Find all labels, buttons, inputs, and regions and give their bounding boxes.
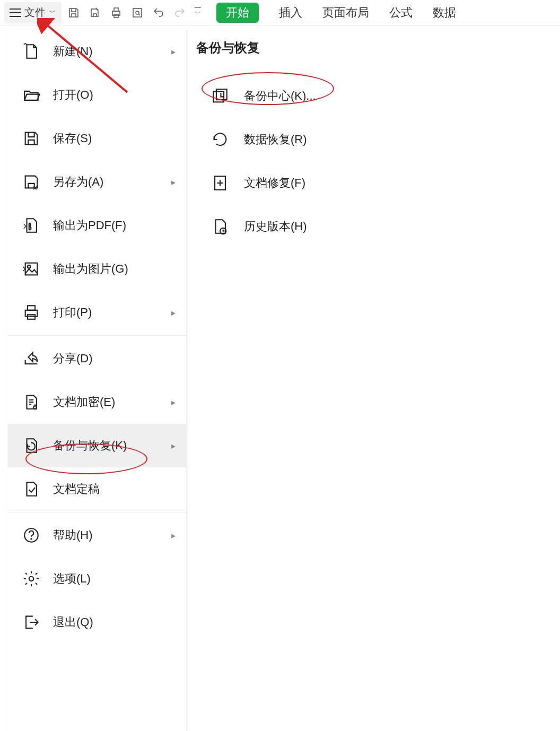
menu-label: 帮助(H) [53, 527, 93, 543]
redo-button[interactable] [171, 4, 189, 22]
chevron-right-icon: ▸ [171, 177, 176, 187]
hamburger-icon [10, 8, 21, 17]
chevron-down-icon: ﹀ [49, 8, 56, 18]
tab-insert[interactable]: 插入 [279, 5, 302, 21]
menu-export-img[interactable]: 输出为图片(G) [7, 247, 186, 291]
menu-save[interactable]: 保存(S) [7, 117, 186, 160]
print-icon [22, 303, 40, 321]
sub-backup-center[interactable]: 备份中心(K)... [196, 74, 493, 118]
chevron-right-icon: ▸ [171, 47, 176, 57]
menu-backup[interactable]: 备份与恢复(K) ▸ [7, 424, 186, 467]
new-file-icon [22, 42, 40, 60]
image-icon [22, 260, 40, 278]
lock-icon [22, 393, 40, 411]
tab-data[interactable]: 数据 [433, 5, 456, 21]
sub-data-recover[interactable]: 数据恢复(R) [196, 118, 493, 161]
sub-label: 数据恢复(R) [244, 132, 307, 147]
svg-rect-0 [112, 11, 120, 15]
preview-quick-button[interactable] [128, 4, 146, 22]
chevron-down-icon: ﹀ [195, 7, 201, 18]
backup-center-icon [211, 87, 229, 105]
svg-rect-2 [114, 14, 118, 18]
svg-rect-3 [133, 8, 142, 17]
menu-label: 文档加密(E) [53, 394, 115, 410]
menu-saveas[interactable]: 另存为(A) ▸ [7, 160, 186, 204]
svg-rect-9 [28, 315, 35, 319]
menu-label: 新建(N) [53, 43, 93, 59]
saveas-icon [22, 173, 40, 191]
menu-label: 退出(Q) [53, 614, 93, 630]
sub-history[interactable]: 历史版本(H) [196, 205, 493, 248]
share-icon [22, 350, 40, 368]
chevron-right-icon: ▸ [171, 530, 176, 541]
svg-rect-8 [28, 306, 35, 310]
repair-icon [211, 174, 229, 192]
pdf-icon [22, 216, 40, 234]
history-icon [211, 217, 229, 236]
svg-point-12 [31, 538, 31, 539]
ribbon-tabs: 开始 插入 页面布局 公式 数据 [216, 3, 456, 23]
submenu-title: 备份与恢复 [196, 39, 493, 56]
saveas-quick-button[interactable] [86, 4, 104, 22]
menu-label: 保存(S) [53, 130, 92, 146]
chevron-right-icon: ▸ [171, 308, 176, 318]
exit-icon [22, 613, 40, 631]
chevron-right-icon: ▸ [171, 441, 176, 451]
save-quick-button[interactable] [65, 4, 83, 22]
sub-label: 备份中心(K)... [244, 88, 316, 104]
tab-formula[interactable]: 公式 [389, 5, 413, 21]
menu-encrypt[interactable]: 文档加密(E) ▸ [7, 380, 186, 424]
divider [7, 512, 186, 512]
save-icon [22, 129, 40, 147]
sub-label: 历史版本(H) [244, 219, 307, 234]
menu-options[interactable]: 选项(L) [7, 557, 186, 601]
menu-label: 输出为图片(G) [53, 261, 128, 277]
menu-label: 打开(O) [53, 87, 93, 103]
menu-label: 备份与恢复(K) [53, 438, 127, 454]
recover-icon [211, 130, 229, 149]
file-menu-label: 文件 [24, 5, 46, 20]
menu-export-pdf[interactable]: 输出为PDF(F) [7, 204, 186, 247]
divider [7, 335, 186, 336]
sub-label: 文档修复(F) [244, 175, 305, 191]
file-menu-panel: 新建(N) ▸ 打开(O) 保存(S) 另存为(A) ▸ 输出为PDF(F) 输… [7, 30, 187, 731]
menu-label: 另存为(A) [53, 174, 103, 190]
menu-label: 输出为PDF(F) [53, 217, 126, 233]
help-icon [22, 526, 40, 544]
gear-icon [22, 570, 40, 588]
tab-layout[interactable]: 页面布局 [322, 5, 369, 21]
chevron-right-icon: ▸ [171, 397, 176, 407]
file-menu-button[interactable]: 文件 ﹀ [4, 2, 62, 23]
svg-point-13 [29, 577, 34, 581]
svg-rect-1 [114, 8, 118, 11]
menu-new[interactable]: 新建(N) ▸ [7, 30, 186, 73]
svg-rect-5 [25, 263, 38, 275]
tab-start[interactable]: 开始 [216, 3, 259, 23]
menu-label: 选项(L) [53, 571, 91, 587]
menu-help[interactable]: 帮助(H) ▸ [7, 514, 186, 557]
svg-rect-15 [216, 89, 227, 100]
menu-label: 打印(P) [53, 304, 92, 320]
menu-exit[interactable]: 退出(Q) [7, 601, 186, 644]
menu-label: 文档定稿 [53, 481, 100, 497]
backup-icon [22, 437, 40, 455]
menu-print[interactable]: 打印(P) ▸ [7, 291, 186, 334]
svg-point-10 [33, 406, 37, 409]
folder-open-icon [22, 86, 40, 104]
undo-button[interactable] [150, 4, 168, 22]
more-quick-button[interactable]: ﹀ [192, 4, 204, 22]
menu-open[interactable]: 打开(O) [7, 73, 186, 117]
print-quick-button[interactable] [107, 4, 125, 22]
menu-share[interactable]: 分享(D) [7, 337, 186, 380]
top-toolbar: 文件 ﹀ ﹀ 开始 插入 页面布局 公式 数据 [0, 0, 560, 25]
sub-doc-repair[interactable]: 文档修复(F) [196, 161, 493, 205]
menu-final[interactable]: 文档定稿 [7, 467, 186, 511]
menu-label: 分享(D) [53, 351, 93, 367]
check-doc-icon [22, 480, 40, 498]
svg-point-6 [28, 265, 31, 268]
backup-submenu-panel: 备份与恢复 备份中心(K)... 数据恢复(R) 文档修复(F) 历史版本(H) [196, 39, 493, 248]
